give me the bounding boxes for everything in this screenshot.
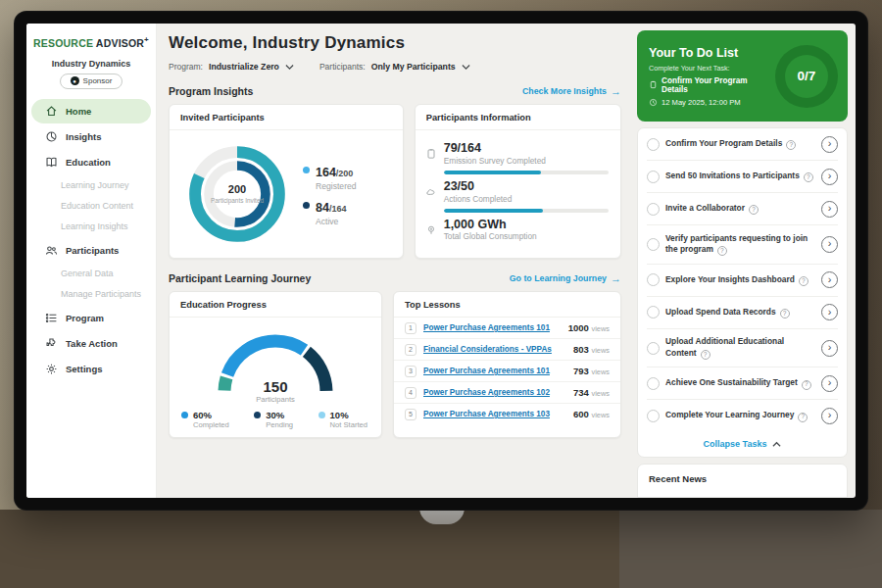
sidebar-item-participants[interactable]: Participants — [31, 238, 151, 263]
donut-center-value: 200 — [228, 183, 246, 195]
help-icon[interactable]: ? — [804, 172, 813, 182]
top-lessons-card: Top Lessons 1 Power Purchase Agreements … — [393, 291, 621, 438]
sidebar-item-home[interactable]: Home — [31, 99, 151, 123]
card-title: Participants Information — [416, 105, 620, 130]
todo-checkbox[interactable] — [647, 238, 660, 251]
help-icon[interactable]: ? — [799, 276, 808, 286]
donut-center-label: Participants Invited — [210, 197, 265, 205]
todo-checkbox[interactable] — [647, 377, 660, 390]
todo-item: Send 50 Invitations to Participants? › — [647, 161, 838, 193]
help-icon[interactable]: ? — [802, 380, 811, 390]
todo-item: Achieve One Sustainability Target? › — [647, 368, 838, 400]
todo-checkbox[interactable] — [647, 306, 660, 318]
survey-icon — [425, 148, 437, 160]
todo-go-button[interactable]: › — [821, 236, 838, 253]
pending-dot-icon — [254, 412, 261, 418]
todo-go-button[interactable]: › — [821, 136, 838, 153]
background-wall-panel — [619, 510, 882, 588]
not-started-dot-icon — [318, 412, 325, 418]
lesson-row: 4 Power Purchase Agreements 102 734 view… — [394, 382, 620, 404]
help-icon[interactable]: ? — [786, 140, 796, 150]
sidebar-item-general-data[interactable]: General Data — [26, 264, 156, 284]
lesson-link[interactable]: Power Purchase Agreements 102 — [423, 388, 566, 397]
section-title-learning-journey: Participant Learning Journey — [169, 272, 311, 284]
education-legend: 60% Completed 30% Pending 10% Not Starte… — [170, 400, 381, 429]
help-icon[interactable]: ? — [701, 350, 710, 360]
lesson-link[interactable]: Power Purchase Agreements 101 — [423, 323, 562, 332]
lesson-link[interactable]: Financial Considerations - VPPAs — [423, 345, 566, 354]
recent-news-card: Recent News — [637, 464, 848, 498]
sidebar-item-manage-participants[interactable]: Manage Participants — [26, 284, 156, 305]
todo-hero-card: Your To Do List Complete Your Next Task:… — [637, 30, 848, 122]
sponsor-badge[interactable]: ● Sponsor — [60, 74, 122, 89]
todo-go-button[interactable]: › — [821, 304, 838, 320]
stat-actions-completed: 23/50 Actions Completed — [425, 180, 609, 204]
legend-item-completed: 60% Completed — [181, 410, 229, 429]
lesson-link[interactable]: Power Purchase Agreements 103 — [423, 410, 566, 418]
todo-item: Verify participants requesting to join t… — [647, 225, 838, 265]
stat-total-consumption: 1,000 GWh Total Global Consumption — [425, 219, 609, 242]
todo-checkbox[interactable] — [647, 171, 660, 183]
active-dot-icon — [303, 202, 310, 209]
arrow-right-icon: → — [611, 85, 621, 97]
invited-donut-chart: 200 Participants Invited — [177, 136, 297, 252]
lesson-row: 5 Power Purchase Agreements 103 600 view… — [394, 404, 620, 424]
actions-progressbar — [444, 209, 609, 213]
todo-go-button[interactable]: › — [821, 169, 838, 185]
lesson-link[interactable]: Power Purchase Agreements 101 — [423, 367, 566, 375]
take-action-icon — [45, 337, 58, 350]
sidebar-item-education[interactable]: Education — [31, 150, 151, 174]
legend-item-active: 84/164 Active — [303, 198, 357, 226]
completed-dot-icon — [181, 412, 188, 418]
chevron-down-icon — [285, 64, 294, 71]
todo-checkbox[interactable] — [647, 203, 660, 216]
sidebar-item-program[interactable]: Program — [31, 306, 151, 330]
check-more-insights-link[interactable]: Check More Insights → — [522, 85, 621, 97]
home-icon — [45, 105, 58, 118]
sidebar-item-settings[interactable]: Settings — [31, 357, 151, 381]
sidebar-item-insights[interactable]: Insights — [31, 124, 151, 149]
invited-legend: 164/200 Registered 84/164 Active — [303, 156, 357, 233]
chevron-up-icon — [772, 441, 781, 448]
program-icon — [45, 312, 58, 324]
todo-panel: Your To Do List Complete Your Next Task:… — [633, 24, 856, 498]
sidebar-item-learning-insights[interactable]: Learning Insights — [26, 217, 156, 237]
sponsor-icon: ● — [71, 76, 79, 85]
participants-filter[interactable]: Participants: Only My Participants — [319, 62, 470, 72]
help-icon[interactable]: ? — [798, 413, 808, 422]
todo-checkbox[interactable] — [647, 138, 660, 151]
main-content: Welcome, Industry Dynamics Program: Indu… — [157, 24, 633, 498]
collapse-tasks-link[interactable]: Collapse Tasks — [647, 431, 838, 457]
todo-item: Confirm Your Program Details? › — [647, 128, 838, 161]
recent-news-title: Recent News — [649, 473, 836, 484]
todo-go-button[interactable]: › — [821, 340, 838, 357]
todo-checkbox[interactable] — [647, 410, 660, 422]
todo-progress-value: 0/7 — [798, 69, 816, 83]
clipboard-icon — [649, 80, 658, 89]
help-icon[interactable]: ? — [780, 309, 790, 318]
card-title: Invited Participants — [170, 105, 403, 130]
todo-go-button[interactable]: › — [821, 201, 838, 218]
help-icon[interactable]: ? — [749, 205, 759, 215]
dashboard-screen: RESOURCE ADVISOR+ Industry Dynamics ● Sp… — [26, 24, 856, 498]
card-title: Education Progress — [170, 292, 381, 318]
gauge-center-label: Participants — [213, 395, 338, 404]
todo-go-button[interactable]: › — [821, 375, 838, 392]
sidebar-item-learning-journey[interactable]: Learning Journey — [26, 175, 156, 196]
consumption-icon — [425, 224, 437, 236]
todo-go-button[interactable]: › — [821, 408, 838, 424]
todo-checkbox[interactable] — [647, 273, 660, 286]
legend-item-registered: 164/200 Registered — [303, 163, 357, 191]
sidebar-item-education-content[interactable]: Education Content — [26, 196, 156, 217]
todo-item: Upload Spend Data Records? › — [647, 297, 838, 329]
arrow-right-icon: → — [611, 272, 621, 284]
org-name: Industry Dynamics — [26, 59, 156, 69]
go-to-learning-journey-link[interactable]: Go to Learning Journey → — [510, 272, 621, 284]
app-logo: RESOURCE ADVISOR+ — [26, 35, 156, 49]
participants-icon — [45, 244, 58, 257]
todo-checkbox[interactable] — [647, 342, 660, 355]
program-filter[interactable]: Program: Industrialize Zero — [169, 62, 294, 72]
sidebar-item-take-action[interactable]: Take Action — [31, 331, 151, 356]
todo-go-button[interactable]: › — [821, 271, 838, 288]
help-icon[interactable]: ? — [717, 246, 727, 256]
